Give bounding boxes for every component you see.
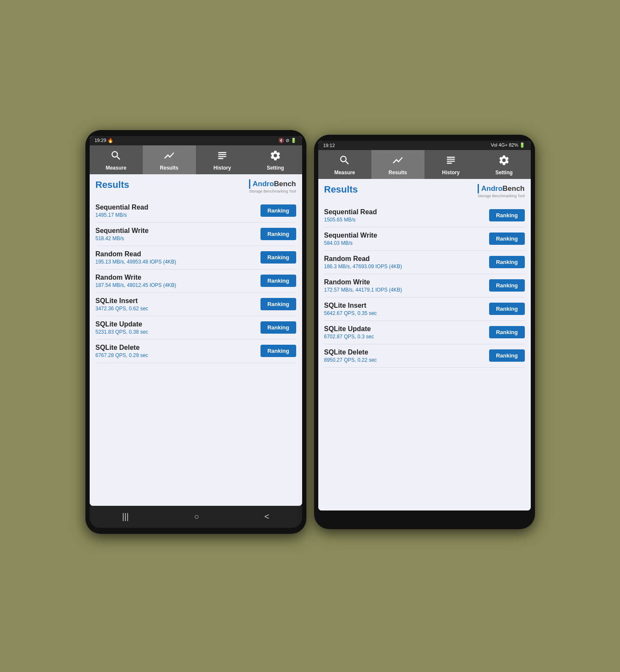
ranking-button[interactable]: Ranking bbox=[260, 321, 296, 334]
result-row: Random Read195.13 MB/s, 49953.48 IOPS (4… bbox=[96, 246, 296, 269]
result-name: SQLite Insert bbox=[96, 297, 148, 305]
chart-icon bbox=[163, 150, 175, 163]
ranking-button[interactable]: Ranking bbox=[489, 233, 524, 245]
results-title: Results bbox=[324, 184, 358, 195]
tab-label-history: History bbox=[442, 170, 459, 176]
status-right: 🔇 ⊘ 🔋 bbox=[278, 138, 297, 143]
search-icon bbox=[110, 150, 122, 163]
result-row: SQLite Insert3472.36 QPS, 0.62 secRankin… bbox=[96, 293, 296, 316]
logo-row: AndroBench bbox=[249, 179, 296, 189]
ranking-button[interactable]: Ranking bbox=[260, 251, 296, 264]
tab-measure[interactable]: Measure bbox=[318, 150, 371, 179]
result-value: 195.13 MB/s, 49953.48 IOPS (4KB) bbox=[96, 259, 176, 265]
result-name: SQLite Update bbox=[96, 320, 148, 328]
results-title: Results bbox=[96, 179, 129, 190]
tab-history[interactable]: History bbox=[196, 145, 249, 174]
nav-bottom: |||○< bbox=[90, 506, 302, 528]
ranking-button[interactable]: Ranking bbox=[489, 279, 524, 292]
ranking-button[interactable]: Ranking bbox=[260, 345, 296, 357]
androbench-text: AndroBench bbox=[252, 180, 296, 188]
ranking-button[interactable]: Ranking bbox=[489, 303, 524, 315]
ranking-button[interactable]: Ranking bbox=[489, 326, 524, 338]
nav-tabs: MeasureResultsHistorySetting bbox=[318, 150, 531, 179]
ranking-button[interactable]: Ranking bbox=[260, 228, 296, 240]
result-value: 5642.67 QPS, 0.35 sec bbox=[324, 310, 377, 316]
result-name: SQLite Update bbox=[324, 325, 374, 333]
logo-bar bbox=[249, 179, 250, 189]
phone-screen: 19:12Vol 4G+ 82% 🔋MeasureResultsHistoryS… bbox=[318, 141, 531, 510]
tab-setting[interactable]: Setting bbox=[478, 150, 531, 179]
result-value: 1495.17 MB/s bbox=[96, 212, 148, 218]
result-name: SQLite Delete bbox=[96, 344, 148, 352]
result-value: 6702.87 QPS, 0.3 sec bbox=[324, 334, 374, 340]
nav-home[interactable]: ○ bbox=[194, 512, 199, 522]
status-bar: 19:12Vol 4G+ 82% 🔋 bbox=[318, 141, 531, 150]
tab-label-results: Results bbox=[160, 165, 178, 171]
result-row: Random Write172.57 MB/s, 44179.1 IOPS (4… bbox=[324, 274, 525, 298]
logo-row: AndroBench bbox=[478, 184, 524, 193]
result-row: Random Read186.3 MB/s, 47693.09 IOPS (4K… bbox=[324, 251, 525, 274]
tab-label-results: Results bbox=[388, 170, 407, 176]
tab-label-setting: Setting bbox=[267, 165, 284, 171]
search-icon bbox=[339, 154, 351, 168]
result-info: SQLite Update6702.87 QPS, 0.3 sec bbox=[324, 325, 374, 340]
nav-bottom-right bbox=[318, 510, 531, 523]
tab-measure[interactable]: Measure bbox=[90, 145, 143, 174]
result-name: Sequential Write bbox=[324, 232, 377, 239]
result-name: Random Write bbox=[96, 274, 176, 281]
ranking-button[interactable]: Ranking bbox=[489, 209, 524, 221]
result-row: SQLite Update6702.87 QPS, 0.3 secRanking bbox=[324, 321, 525, 344]
result-row: SQLite Update5231.83 QPS, 0.38 secRankin… bbox=[96, 316, 296, 340]
result-value: 172.57 MB/s, 44179.1 IOPS (4KB) bbox=[324, 287, 402, 293]
results-header: ResultsAndroBenchStorage Benchmarking To… bbox=[96, 179, 296, 193]
ranking-button[interactable]: Ranking bbox=[489, 256, 524, 268]
result-info: SQLite Insert5642.67 QPS, 0.35 sec bbox=[324, 302, 377, 316]
tab-setting[interactable]: Setting bbox=[249, 145, 302, 174]
tab-history[interactable]: History bbox=[425, 150, 478, 179]
result-info: Sequential Write518.42 MB/s bbox=[96, 227, 149, 241]
ranking-button[interactable]: Ranking bbox=[260, 275, 296, 287]
result-value: 186.3 MB/s, 47693.09 IOPS (4KB) bbox=[324, 264, 402, 269]
result-name: Sequential Read bbox=[96, 204, 148, 211]
nav-back[interactable]: < bbox=[264, 512, 269, 522]
androbench-subtitle: Storage Benchmarking Tool bbox=[249, 189, 296, 193]
result-value: 5231.83 QPS, 0.38 sec bbox=[96, 329, 148, 335]
tab-results[interactable]: Results bbox=[143, 145, 196, 174]
result-name: SQLite Delete bbox=[324, 349, 377, 356]
tab-results[interactable]: Results bbox=[371, 150, 425, 179]
result-info: SQLite Insert3472.36 QPS, 0.62 sec bbox=[96, 297, 148, 312]
phone-right: 19:12Vol 4G+ 82% 🔋MeasureResultsHistoryS… bbox=[314, 135, 535, 529]
phones-container: 19:29 🔥🔇 ⊘ 🔋MeasureResultsHistorySetting… bbox=[85, 130, 535, 534]
ranking-button[interactable]: Ranking bbox=[260, 298, 296, 310]
list-icon bbox=[445, 154, 457, 168]
result-info: SQLite Delete6767.28 QPS, 0.29 sec bbox=[96, 344, 148, 358]
status-left: 19:29 🔥 bbox=[95, 138, 114, 143]
ranking-button[interactable]: Ranking bbox=[489, 349, 524, 362]
result-info: SQLite Delete8950.27 QPS, 0.22 sec bbox=[324, 349, 377, 363]
list-icon bbox=[216, 150, 228, 163]
tab-label-history: History bbox=[213, 165, 231, 171]
result-name: Sequential Write bbox=[96, 227, 149, 235]
result-name: Random Read bbox=[96, 250, 176, 258]
result-info: Sequential Read1505.65 MB/s bbox=[324, 208, 377, 223]
status-bar: 19:29 🔥🔇 ⊘ 🔋 bbox=[90, 136, 302, 145]
result-row: Random Write187.54 MB/s, 48012.45 IOPS (… bbox=[96, 269, 296, 293]
result-info: Sequential Read1495.17 MB/s bbox=[96, 204, 148, 218]
result-name: SQLite Insert bbox=[324, 302, 377, 309]
nav-recent[interactable]: ||| bbox=[122, 512, 129, 522]
gear-icon bbox=[269, 150, 281, 163]
result-name: Random Read bbox=[324, 255, 402, 263]
results-header: ResultsAndroBenchStorage Benchmarking To… bbox=[324, 184, 525, 198]
result-value: 518.42 MB/s bbox=[96, 235, 149, 241]
tab-label-measure: Measure bbox=[334, 170, 355, 176]
result-name: Random Write bbox=[324, 278, 402, 286]
androbench-text: AndroBench bbox=[481, 184, 524, 193]
result-info: Random Read186.3 MB/s, 47693.09 IOPS (4K… bbox=[324, 255, 402, 269]
nav-tabs: MeasureResultsHistorySetting bbox=[90, 145, 302, 174]
result-info: Random Write172.57 MB/s, 44179.1 IOPS (4… bbox=[324, 278, 402, 293]
result-row: Sequential Write518.42 MB/sRanking bbox=[96, 223, 296, 246]
status-right: Vol 4G+ 82% 🔋 bbox=[491, 142, 526, 148]
result-info: Random Read195.13 MB/s, 49953.48 IOPS (4… bbox=[96, 250, 176, 265]
result-name: Sequential Read bbox=[324, 208, 377, 216]
ranking-button[interactable]: Ranking bbox=[260, 204, 296, 217]
